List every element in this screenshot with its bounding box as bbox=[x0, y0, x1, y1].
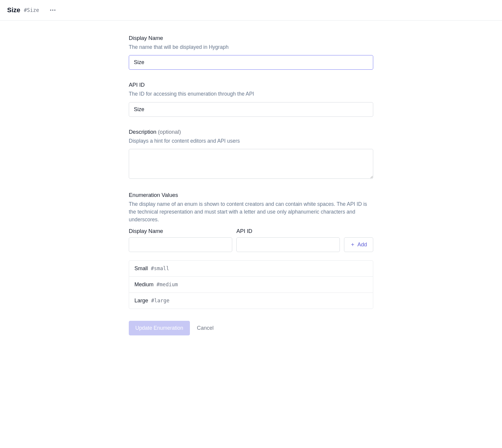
page-title: Size bbox=[7, 6, 20, 14]
display-name-input[interactable] bbox=[129, 55, 373, 70]
form-actions: Update Enumeration Cancel bbox=[129, 321, 373, 335]
description-label-text: Description bbox=[129, 129, 157, 135]
description-optional-text: (optional) bbox=[158, 129, 181, 135]
page-header: Size #Size bbox=[0, 0, 502, 21]
enum-value-display: Large bbox=[134, 298, 148, 304]
enum-api-id-input[interactable] bbox=[236, 237, 340, 252]
enum-display-name-col-label: Display Name bbox=[129, 228, 232, 234]
display-name-label: Display Name bbox=[129, 35, 373, 41]
description-helper: Displays a hint for content editors and … bbox=[129, 137, 373, 145]
enum-add-api-id-col: API ID bbox=[236, 228, 340, 252]
update-enumeration-button[interactable]: Update Enumeration bbox=[129, 321, 190, 335]
api-id-label: API ID bbox=[129, 82, 373, 88]
enum-value-display: Small bbox=[134, 265, 148, 272]
enum-value-api-id: #small bbox=[151, 265, 169, 271]
enum-add-display-name-col: Display Name bbox=[129, 228, 232, 252]
enum-values-field-group: Enumeration Values The display name of a… bbox=[129, 192, 373, 309]
enum-api-id-col-label: API ID bbox=[236, 228, 340, 234]
add-button-label: Add bbox=[357, 242, 367, 248]
display-name-helper: The name that will be displayed in Hygra… bbox=[129, 43, 373, 51]
enumeration-form: Display Name The name that will be displ… bbox=[129, 21, 373, 353]
api-id-input[interactable] bbox=[129, 102, 373, 117]
enum-add-row: Display Name API ID Add bbox=[129, 228, 373, 252]
api-id-helper: The ID for accessing this enumeration th… bbox=[129, 90, 373, 98]
enum-value-item[interactable]: Small #small bbox=[129, 261, 373, 277]
description-input[interactable] bbox=[129, 149, 373, 179]
enum-value-item[interactable]: Large #large bbox=[129, 293, 373, 309]
enum-value-api-id: #medium bbox=[157, 281, 178, 287]
description-label: Description (optional) bbox=[129, 129, 373, 135]
plus-icon bbox=[350, 242, 355, 247]
description-field-group: Description (optional) Displays a hint f… bbox=[129, 129, 373, 180]
cancel-button[interactable]: Cancel bbox=[197, 325, 214, 331]
api-id-field-group: API ID The ID for accessing this enumera… bbox=[129, 82, 373, 116]
enum-values-label: Enumeration Values bbox=[129, 192, 373, 198]
more-horizontal-icon bbox=[50, 10, 55, 11]
more-options-button[interactable] bbox=[48, 5, 58, 15]
enum-value-item[interactable]: Medium #medium bbox=[129, 277, 373, 293]
add-enum-value-button[interactable]: Add bbox=[344, 237, 373, 252]
enum-display-name-input[interactable] bbox=[129, 237, 232, 252]
enum-values-helper: The display name of an enum is shown to … bbox=[129, 200, 373, 224]
page-title-hash: #Size bbox=[24, 7, 39, 13]
enum-value-display: Medium bbox=[134, 281, 154, 288]
display-name-field-group: Display Name The name that will be displ… bbox=[129, 35, 373, 70]
enum-values-list: Small #small Medium #medium Large #large bbox=[129, 260, 373, 309]
enum-value-api-id: #large bbox=[151, 298, 169, 304]
